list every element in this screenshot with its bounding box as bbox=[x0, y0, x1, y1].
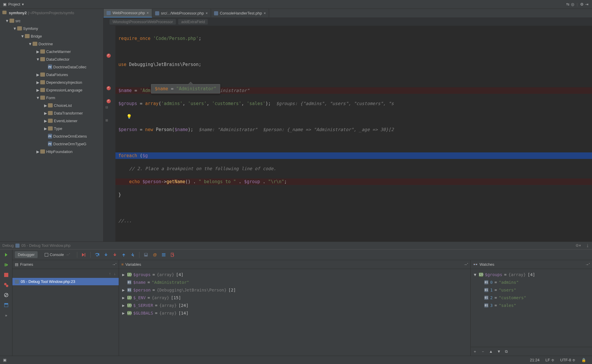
tree-node[interactable]: ▼Doctrine bbox=[0, 40, 103, 48]
editor-tab[interactable]: ConsoleHandlerTest.php× bbox=[211, 9, 269, 17]
fold-icon[interactable]: ⊟ bbox=[105, 105, 108, 109]
pin-icon[interactable]: →' bbox=[112, 262, 116, 267]
expand-arrow-icon[interactable]: ▼ bbox=[20, 34, 25, 38]
variable-row[interactable]: ▶123 $_ENV = {array} [15] bbox=[119, 294, 470, 302]
line-separator[interactable]: LF ≑ bbox=[543, 358, 557, 362]
target-icon[interactable]: ◎ bbox=[570, 2, 575, 7]
console-tab[interactable]: Console→' bbox=[42, 251, 73, 258]
copy-watch-icon[interactable]: ⧉ bbox=[505, 349, 508, 354]
editor-tab[interactable]: WebProcessor.php× bbox=[104, 9, 152, 17]
close-icon[interactable]: × bbox=[206, 11, 208, 15]
tree-node[interactable]: ▶EventListener bbox=[0, 117, 103, 125]
breakpoint-icon[interactable] bbox=[107, 54, 111, 58]
expand-arrow-icon[interactable]: ▶ bbox=[121, 272, 126, 277]
project-selector[interactable]: ▣ Project ▾ bbox=[3, 2, 24, 7]
force-step-into-icon[interactable] bbox=[112, 252, 117, 257]
watch-up-icon[interactable]: ▲ bbox=[489, 349, 493, 354]
breakpoint-icon[interactable] bbox=[107, 99, 111, 103]
step-into-icon[interactable] bbox=[104, 252, 108, 257]
close-icon[interactable]: × bbox=[264, 11, 266, 15]
expand-arrow-icon[interactable]: ▶ bbox=[36, 149, 40, 154]
watch-down-icon[interactable]: ▼ bbox=[497, 349, 501, 354]
pin-icon[interactable]: →' bbox=[464, 262, 468, 267]
tree-node[interactable]: ▶ExpressionLanguage bbox=[0, 86, 103, 94]
tree-node[interactable]: ▶HttpFoundation bbox=[0, 148, 103, 155]
expand-arrow-icon[interactable]: ▼ bbox=[473, 272, 477, 277]
evaluate-icon[interactable] bbox=[144, 252, 148, 257]
editor-gutter[interactable]: ⊟ ⊞ bbox=[104, 26, 115, 241]
collapse-icon[interactable]: ⇆ bbox=[565, 2, 570, 7]
breadcrumb-path[interactable]: \Monolog\Processor\WebProcessor bbox=[110, 19, 176, 25]
breadcrumb-member[interactable]: addExtraField bbox=[178, 19, 208, 25]
variable-row[interactable]: ▶123 $_SERVER = {array} [24] bbox=[119, 302, 470, 309]
expand-arrow-icon[interactable]: ▶ bbox=[43, 126, 48, 131]
settings-list-icon[interactable] bbox=[161, 252, 166, 257]
expand-arrow-icon[interactable]: ▶ bbox=[36, 73, 40, 77]
fold-icon[interactable]: ⊞ bbox=[105, 118, 108, 122]
frame-row[interactable]: 05 - Debug Tool Window.php:23 bbox=[12, 278, 119, 285]
expand-arrow-icon[interactable]: ▼ bbox=[36, 96, 40, 100]
lock-icon[interactable]: 🔒 bbox=[578, 358, 589, 362]
expand-arrow-icon[interactable]: ▶ bbox=[43, 111, 48, 115]
code-editor[interactable]: require_once 'Code/Person.php'; use Debu… bbox=[115, 26, 592, 241]
expand-arrow-icon[interactable]: ▶ bbox=[121, 295, 126, 300]
tree-node[interactable]: ▼src bbox=[0, 17, 103, 25]
tree-node[interactable]: ▶Type bbox=[0, 125, 103, 132]
debugger-tab[interactable]: Debugger bbox=[15, 251, 38, 258]
add-watch-icon[interactable]: ＋ bbox=[473, 349, 477, 354]
tree-node[interactable]: ▶ChoiceList bbox=[0, 102, 103, 109]
expand-arrow-icon[interactable]: ▶ bbox=[121, 288, 126, 292]
watch-item-row[interactable]: 01 2 = "customers" bbox=[471, 294, 592, 302]
show-execution-point-icon[interactable] bbox=[81, 252, 86, 257]
tree-node[interactable]: DoctrineOrmTypeG bbox=[0, 140, 103, 148]
variable-row[interactable]: ▶123 $GLOBALS = {array} [14] bbox=[119, 309, 470, 317]
stop-icon[interactable] bbox=[4, 273, 9, 277]
tree-node[interactable]: ▶DataFixtures bbox=[0, 71, 103, 78]
watch-item-row[interactable]: 01 3 = "sales" bbox=[471, 302, 592, 309]
tree-node[interactable]: DoctrineOrmExtens bbox=[0, 132, 103, 140]
expand-arrow-icon[interactable]: ▼ bbox=[12, 26, 17, 31]
tree-node[interactable]: ▶DataTransformer bbox=[0, 109, 103, 117]
pin-icon[interactable]: →' bbox=[585, 262, 590, 267]
tree-node[interactable]: ▼DataCollector bbox=[0, 55, 103, 63]
breakpoint-icon[interactable] bbox=[107, 86, 111, 90]
file-encoding[interactable]: UTF-8 ≑ bbox=[557, 358, 578, 362]
variable-row[interactable]: 01 $name = "Administrator" bbox=[119, 278, 470, 286]
step-out-icon[interactable] bbox=[121, 252, 126, 257]
expand-arrow-icon[interactable]: ▶ bbox=[43, 103, 48, 108]
close-icon[interactable]: × bbox=[147, 11, 149, 15]
rerun-icon[interactable] bbox=[4, 252, 9, 257]
editor-tab[interactable]: src/.../WebProcessor.php× bbox=[152, 9, 211, 17]
expand-arrow-icon[interactable]: ▶ bbox=[121, 311, 126, 315]
expand-arrow-icon[interactable]: ▶ bbox=[43, 119, 48, 123]
step-over-icon[interactable] bbox=[95, 252, 99, 257]
gear-icon[interactable]: ⚙▾ bbox=[575, 243, 581, 248]
hide-icon[interactable]: ⇥ bbox=[584, 2, 589, 7]
expand-arrow-icon[interactable]: ▶ bbox=[121, 303, 126, 308]
expand-arrow-icon[interactable]: ▶ bbox=[36, 80, 40, 85]
watch-item-row[interactable]: 01 0 = "admins" bbox=[471, 278, 592, 286]
variable-row[interactable]: ▶123 $groups = {array} [4] bbox=[119, 271, 470, 278]
resume-icon[interactable] bbox=[4, 262, 9, 267]
tree-node[interactable]: ▶DependencyInjection bbox=[0, 78, 103, 86]
run-to-cursor-icon[interactable]: I bbox=[130, 252, 135, 257]
tree-node[interactable]: ▼Bridge bbox=[0, 32, 103, 40]
variable-row[interactable]: ▶01 $person = {Debugging\JetBrains\Perso… bbox=[119, 286, 470, 294]
breakpoints-icon[interactable] bbox=[4, 283, 9, 287]
tree-node[interactable]: ▶CacheWarmer bbox=[0, 48, 103, 55]
expand-arrow-icon[interactable]: ▼ bbox=[5, 19, 9, 23]
expand-arrow-icon[interactable]: ▼ bbox=[28, 42, 33, 46]
variable-row[interactable]: ▼123 $groups = {array} [4] bbox=[471, 271, 592, 278]
tree-node[interactable]: ▼Symfony bbox=[0, 25, 103, 32]
remove-watch-icon[interactable]: － bbox=[481, 349, 485, 354]
mute-breakpoints-icon[interactable] bbox=[4, 293, 9, 297]
expand-arrow-icon[interactable]: ▶ bbox=[36, 49, 40, 54]
frame-up-icon[interactable]: ↑ bbox=[109, 271, 111, 276]
watch-item-row[interactable]: 01 1 = "users" bbox=[471, 286, 592, 294]
more-icon[interactable]: » bbox=[4, 313, 9, 318]
tree-node[interactable]: DoctrineDataCollec bbox=[0, 63, 103, 71]
tree-node[interactable]: ▼Form bbox=[0, 94, 103, 102]
download-icon[interactable]: ⭳ bbox=[586, 243, 590, 248]
close-session-icon[interactable] bbox=[170, 252, 175, 257]
at-icon[interactable]: @ bbox=[152, 252, 157, 257]
